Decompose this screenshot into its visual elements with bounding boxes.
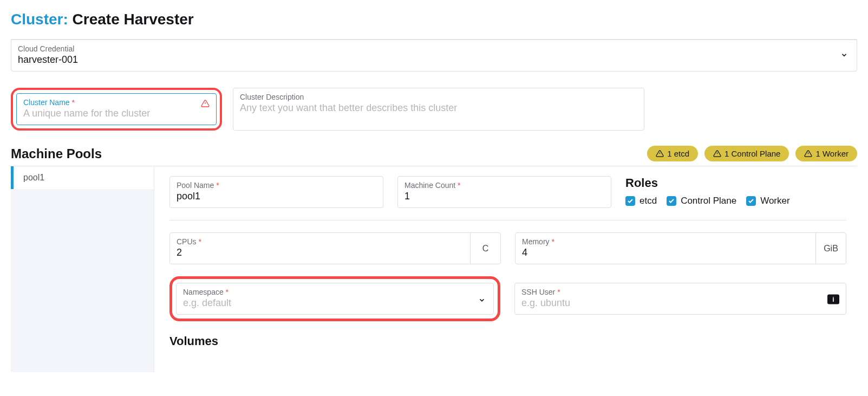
cluster-name-label: Cluster Name *	[23, 98, 210, 107]
cpus-label: CPUs *	[177, 237, 464, 246]
ssh-user-label: SSH User *	[521, 288, 839, 296]
warning-icon	[713, 150, 721, 158]
machine-count-input[interactable]	[404, 191, 604, 202]
warning-icon	[201, 99, 210, 110]
checkbox-checked-icon	[625, 196, 635, 206]
roles-section: Roles etcd Control Plane Worker	[625, 176, 846, 208]
cpus-field[interactable]: CPUs * C	[169, 232, 501, 264]
memory-input[interactable]	[522, 247, 809, 258]
machine-pools-title: Machine Pools	[11, 146, 102, 161]
role-worker-checkbox[interactable]: Worker	[746, 196, 789, 206]
role-etcd-checkbox[interactable]: etcd	[625, 196, 657, 206]
page-title-prefix: Cluster:	[11, 11, 68, 28]
cluster-description-input[interactable]	[240, 102, 637, 114]
memory-label: Memory *	[522, 237, 809, 246]
page-title-suffix: Create Harvester	[68, 11, 194, 28]
pool-sidebar: pool1	[11, 166, 154, 372]
ssh-user-field[interactable]: SSH User * i	[514, 283, 846, 315]
machine-count-label: Machine Count *	[404, 181, 604, 190]
pool-content: Pool Name * Machine Count * Roles etcd	[154, 166, 857, 372]
badge-etcd: 1 etcd	[647, 146, 698, 161]
cloud-credential-value: harvester-001	[18, 54, 850, 66]
namespace-label: Namespace *	[183, 288, 487, 296]
ssh-user-input[interactable]	[521, 297, 839, 309]
cloud-credential-label: Cloud Credential	[18, 44, 850, 53]
chevron-down-icon	[478, 295, 486, 307]
role-control-plane-checkbox[interactable]: Control Plane	[667, 196, 736, 206]
volumes-title: Volumes	[169, 334, 846, 348]
memory-unit: GiB	[815, 233, 846, 264]
namespace-highlight: Namespace *	[169, 276, 500, 321]
warning-icon	[656, 150, 664, 158]
roles-title: Roles	[625, 176, 846, 190]
divider	[169, 220, 846, 220]
cluster-name-input[interactable]	[23, 108, 210, 119]
cpus-unit: C	[470, 233, 500, 264]
cpus-input[interactable]	[177, 247, 464, 258]
tab-pool1[interactable]: pool1	[11, 166, 154, 189]
namespace-select[interactable]: Namespace *	[176, 283, 494, 315]
badge-worker: 1 Worker	[795, 146, 857, 161]
namespace-input[interactable]	[183, 297, 487, 309]
cluster-name-highlight: Cluster Name *	[11, 88, 222, 131]
pool-name-field[interactable]: Pool Name *	[169, 176, 383, 208]
page-title: Cluster: Create Harvester	[11, 11, 857, 28]
machine-count-field[interactable]: Machine Count *	[397, 176, 611, 208]
pool-name-input[interactable]	[177, 191, 376, 202]
checkbox-checked-icon	[667, 196, 676, 206]
role-badges: 1 etcd 1 Control Plane 1 Worker	[647, 146, 857, 161]
cloud-credential-select[interactable]: Cloud Credential harvester-001	[11, 40, 857, 72]
info-icon[interactable]: i	[827, 294, 839, 304]
checkbox-checked-icon	[746, 196, 756, 206]
badge-control-plane: 1 Control Plane	[704, 146, 789, 161]
pool-name-label: Pool Name *	[177, 181, 376, 190]
warning-icon	[804, 150, 812, 158]
cluster-description-field[interactable]: Cluster Description	[233, 88, 644, 131]
memory-field[interactable]: Memory * GiB	[515, 232, 846, 264]
cluster-name-field[interactable]: Cluster Name *	[16, 93, 217, 125]
cluster-description-label: Cluster Description	[240, 93, 637, 101]
